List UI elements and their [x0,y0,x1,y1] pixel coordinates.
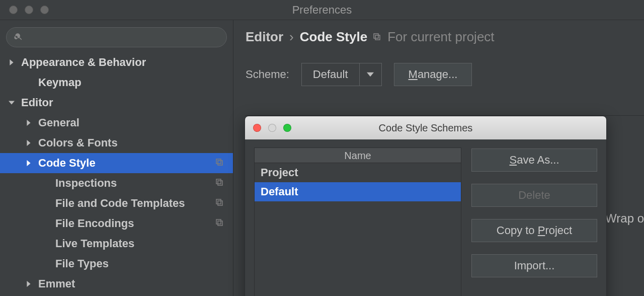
dialog-zoom-dot[interactable] [283,124,291,132]
window-title: Preferences [0,4,644,17]
tree-item-inspections[interactable]: Inspections [0,173,233,193]
chevron-right-icon [24,160,33,166]
project-scope-icon [215,217,224,230]
code-style-schemes-dialog: Code Style Schemes Name Project Default … [245,116,607,296]
tree-label: File Encodings [55,217,134,230]
list-item-project[interactable]: Project [255,163,461,182]
breadcrumb: Editor › Code Style For current project [246,29,644,45]
chevron-right-icon [24,120,33,126]
minimize-window-dot[interactable] [25,6,33,14]
tree-item-keymap[interactable]: Keymap [0,72,233,93]
search-icon [14,32,23,44]
project-scope-icon [215,177,224,189]
manage-label-rest: anage... [418,68,458,81]
tree-label: File Types [55,258,109,270]
titlebar: Preferences [0,0,644,20]
tree-label: Keymap [38,77,82,89]
chevron-down-icon [7,100,16,106]
tree-label: Appearance & Behavior [21,56,146,68]
scope-text: For current project [387,29,494,45]
tree-label: General [38,117,79,129]
tree-label: Colors & Fonts [38,137,118,149]
dialog-titlebar: Code Style Schemes [245,116,606,139]
project-scope-icon [372,29,381,45]
background-tab-fragment: Wrap o [605,211,644,226]
copy-to-project-button[interactable]: Copy to Project [471,219,597,242]
chevron-right-icon [24,140,33,146]
tree-item-emmet[interactable]: Emmet [0,274,233,294]
tree-label: Live Templates [55,238,134,250]
preferences-sidebar: Appearance & Behavior Keymap Editor Gene… [0,20,233,296]
tree-item-file-types[interactable]: File Types [0,254,233,274]
chevron-right-icon [24,281,33,287]
tree-item-file-code-templates[interactable]: File and Code Templates [0,193,233,213]
tree-item-appearance-behavior[interactable]: Appearance & Behavior [0,52,233,72]
save-as-button[interactable]: Save As... [471,149,597,172]
tree-item-live-templates[interactable]: Live Templates [0,234,233,254]
chevron-down-icon[interactable] [359,63,381,86]
tree-label: Emmet [38,278,75,290]
tree-label: Inspections [55,177,117,189]
project-scope-icon [215,197,224,209]
breadcrumb-root: Editor [246,29,283,45]
dialog-close-dot[interactable] [253,124,261,132]
scheme-combo[interactable]: Default [301,63,382,86]
import-button[interactable]: Import... [471,254,597,277]
tree-item-general[interactable]: General [0,113,233,133]
chevron-right-icon: › [289,29,294,45]
dialog-minimize-dot [268,124,276,132]
tree-label: Editor [21,97,53,109]
list-item-default[interactable]: Default [255,182,461,201]
scheme-label: Scheme: [246,68,289,81]
tree-label: File and Code Templates [55,197,185,209]
chevron-right-icon [7,59,16,65]
schemes-list[interactable]: Name Project Default [254,147,461,296]
preferences-tree: Appearance & Behavior Keymap Editor Gene… [0,52,233,294]
list-filler [255,201,461,296]
tree-item-code-style[interactable]: Code Style [0,153,233,173]
tree-item-editor[interactable]: Editor [0,93,233,113]
delete-button: Delete [471,184,597,207]
tree-label: Code Style [38,157,96,169]
tree-item-file-encodings[interactable]: File Encodings [0,213,233,234]
zoom-window-dot[interactable] [40,6,49,14]
column-header-name: Name [255,148,461,163]
search-input[interactable] [6,27,227,47]
project-scope-icon [215,157,224,169]
window-controls [0,6,49,14]
tree-item-colors-fonts[interactable]: Colors & Fonts [0,133,233,153]
scheme-value: Default [302,68,359,81]
breadcrumb-current: Code Style [300,29,367,45]
manage-button[interactable]: Manage... [394,63,472,86]
close-window-dot[interactable] [9,6,18,14]
dialog-title: Code Style Schemes [245,122,606,134]
